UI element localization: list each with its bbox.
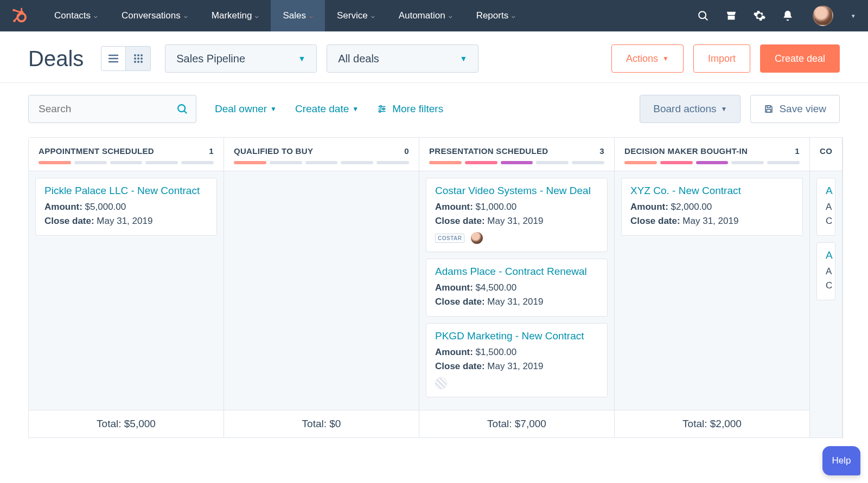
column-header: CO — [810, 138, 842, 171]
column-total: Total: $5,000 — [29, 410, 224, 437]
create-date-filter[interactable]: Create date ▼ — [295, 103, 359, 115]
deal-card-meta — [435, 377, 598, 389]
deal-card[interactable]: XYZ Co. - New ContractAmount: $2,000.00C… — [621, 178, 803, 236]
deal-card-title: PKGD Marketing - New Contract — [435, 330, 598, 342]
sliders-icon — [377, 104, 387, 114]
create-deal-button[interactable]: Create deal — [760, 44, 840, 73]
hubspot-logo-icon[interactable] — [10, 7, 27, 24]
caret-down-icon: ⌵ — [512, 12, 515, 20]
column-header: APPOINTMENT SCHEDULED1 — [29, 138, 224, 171]
svg-rect-6 — [728, 16, 735, 20]
nav-item-conversations[interactable]: Conversations⌵ — [110, 0, 200, 31]
svg-point-24 — [383, 108, 385, 110]
svg-point-14 — [137, 57, 139, 60]
board-scroll[interactable]: APPOINTMENT SCHEDULED1Pickle Palace LLC … — [0, 137, 868, 438]
deal-card-title: A — [826, 185, 826, 197]
column-total: Total: $2,000 — [615, 410, 809, 437]
filter-bar: Deal owner ▼ Create date ▼ More filters … — [0, 83, 868, 137]
column-count: 3 — [599, 146, 604, 156]
svg-point-26 — [379, 111, 381, 112]
more-filters[interactable]: More filters — [377, 103, 443, 115]
column-count: 1 — [209, 146, 214, 156]
column-progress-bar — [234, 161, 409, 164]
nav-item-contacts[interactable]: Contacts⌵ — [42, 0, 110, 31]
svg-point-19 — [178, 105, 185, 112]
column-total: Total: $0 — [224, 410, 419, 437]
deal-card[interactable]: Pickle Palace LLC - New ContractAmount: … — [35, 178, 217, 236]
notifications-bell-icon[interactable] — [781, 9, 794, 22]
deal-card[interactable]: Costar Video Systems - New DealAmount: $… — [426, 178, 608, 252]
placeholder-chip-icon — [435, 377, 447, 389]
caret-down-icon: ⌵ — [449, 12, 452, 20]
deal-close-line: Close date: May 31, 2019 — [630, 214, 794, 228]
search-icon[interactable] — [697, 9, 710, 22]
deal-card[interactable]: AAC — [816, 242, 835, 300]
help-bubble[interactable]: Help — [822, 446, 860, 475]
deal-card-title: A — [826, 249, 826, 261]
deal-card[interactable]: Adams Place - Contract RenewalAmount: $4… — [426, 259, 608, 317]
search-wrap — [28, 95, 196, 123]
caret-down-icon: ⌵ — [371, 12, 375, 20]
nav-item-label: Sales — [283, 10, 306, 21]
nav-item-automation[interactable]: Automation⌵ — [387, 0, 464, 31]
search-icon[interactable] — [176, 103, 188, 115]
board-column: APPOINTMENT SCHEDULED1Pickle Palace LLC … — [29, 138, 224, 437]
deal-card-meta: COSTAR — [435, 232, 598, 244]
nav-item-service[interactable]: Service⌵ — [325, 0, 387, 31]
svg-point-4 — [699, 11, 706, 18]
svg-point-15 — [141, 57, 143, 60]
deal-card[interactable]: AAC — [816, 178, 835, 236]
page-header: Deals Sales Pipeline ▼ All deals ▼ Actio… — [0, 31, 868, 83]
board-column: DECISION MAKER BOUGHT-IN1XYZ Co. - New C… — [615, 138, 810, 437]
scope-select[interactable]: All deals ▼ — [327, 44, 478, 73]
import-button[interactable]: Import — [693, 44, 750, 73]
svg-rect-28 — [767, 110, 771, 112]
deal-board: APPOINTMENT SCHEDULED1Pickle Palace LLC … — [28, 137, 843, 438]
deal-close-line: Close date: May 31, 2019 — [435, 295, 598, 309]
settings-gear-icon[interactable] — [753, 9, 766, 22]
column-name: QUALIFIED TO BUY — [234, 146, 313, 156]
nav-item-label: Contacts — [54, 10, 91, 21]
create-date-label: Create date — [295, 103, 349, 115]
nav-item-marketing[interactable]: Marketing⌵ — [200, 0, 271, 31]
search-input[interactable] — [39, 103, 176, 115]
column-body[interactable]: XYZ Co. - New ContractAmount: $2,000.00C… — [615, 171, 809, 410]
nav-item-sales[interactable]: Sales⌵ — [271, 0, 325, 31]
actions-button[interactable]: Actions ▼ — [611, 44, 684, 73]
column-progress-bar — [39, 161, 214, 164]
nav-item-label: Service — [337, 10, 368, 21]
deal-amount-line: Amount: $1,500.00 — [435, 345, 598, 359]
save-view-button[interactable]: Save view — [750, 95, 840, 123]
deal-owner-filter[interactable]: Deal owner ▼ — [215, 103, 277, 115]
column-count: 1 — [795, 146, 800, 156]
pipeline-select[interactable]: Sales Pipeline ▼ — [165, 44, 317, 73]
nav-item-label: Conversations — [122, 10, 181, 21]
board-view-toggle[interactable] — [126, 46, 151, 71]
column-body[interactable]: Pickle Palace LLC - New ContractAmount: … — [29, 171, 224, 410]
column-name: PRESENTATION SCHEDULED — [429, 146, 548, 156]
marketplace-icon[interactable] — [725, 9, 738, 22]
caret-down-icon: ▼ — [352, 105, 359, 113]
nav-item-label: Marketing — [212, 10, 252, 21]
list-view-toggle[interactable] — [101, 46, 126, 71]
caret-down-icon: ▼ — [721, 105, 727, 113]
nav-item-reports[interactable]: Reports⌵ — [464, 0, 528, 31]
column-progress-bar — [820, 161, 832, 164]
save-view-label: Save view — [779, 103, 826, 115]
caret-down-icon: ▼ — [298, 54, 305, 63]
column-total: Total: $7,000 — [419, 410, 614, 437]
board-actions-button[interactable]: Board actions ▼ — [640, 95, 741, 123]
column-body[interactable]: Costar Video Systems - New DealAmount: $… — [419, 171, 614, 410]
user-menu-caret-icon[interactable]: ▾ — [852, 12, 855, 20]
view-toggle — [101, 46, 151, 71]
column-body[interactable]: AACAAC — [810, 171, 842, 437]
column-body[interactable] — [224, 171, 419, 410]
top-nav: Contacts⌵Conversations⌵Marketing⌵Sales⌵S… — [0, 0, 868, 31]
user-avatar[interactable] — [813, 5, 833, 26]
deal-card[interactable]: PKGD Marketing - New ContractAmount: $1,… — [426, 323, 608, 397]
nav-item-label: Reports — [476, 10, 509, 21]
page-title: Deals — [28, 47, 84, 71]
nav-items: Contacts⌵Conversations⌵Marketing⌵Sales⌵S… — [42, 0, 697, 31]
svg-point-22 — [380, 106, 381, 107]
svg-point-10 — [134, 54, 136, 56]
